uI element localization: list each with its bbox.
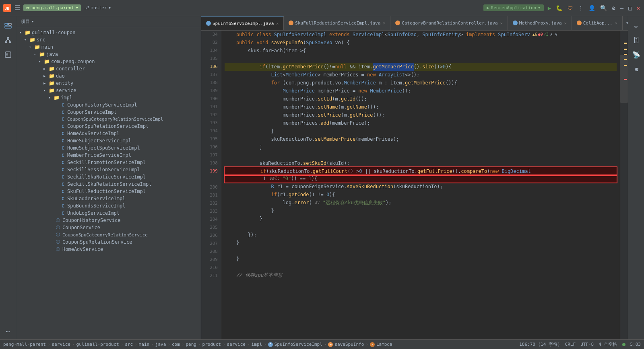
list-item-SeckillSkuRelationServiceImpl[interactable]: C SeckillSkuRelationServiceImpl (16, 181, 201, 188)
tree-item-main[interactable]: ▾ 📁 main (16, 43, 201, 51)
right-sidebar-icon-m[interactable]: m (630, 63, 643, 76)
tree-item-entity[interactable]: ▶ 📁 entity (16, 80, 201, 87)
tree-arrow-java[interactable]: ▾ (34, 52, 39, 56)
right-sidebar-icon-network[interactable]: 📡 (630, 48, 643, 61)
line-num-186: 186 (201, 63, 221, 71)
code-content[interactable]: public class SpuInfoServiceImpl extends … (221, 31, 620, 339)
maximize-button[interactable]: □ (627, 4, 632, 12)
list-item-CouponHistoryService[interactable]: Ⓘ CouponHistoryService (16, 217, 201, 224)
list-item-CouponSpuCategoryRelationServiceImpl[interactable]: C CouponSpuCategoryRelationServiceImpl (16, 116, 201, 123)
tree-item-java[interactable]: ▾ 📁 java (16, 51, 201, 58)
list-item-CouponService[interactable]: Ⓘ CouponService (16, 224, 201, 231)
tabs-overflow-button[interactable]: ▾ (623, 16, 628, 30)
list-item-HomeSubjectServiceImpl[interactable]: C HomeSubjectServiceImpl (16, 137, 201, 144)
list-item-CouponSpuCategoryRelationService[interactable]: Ⓘ CouponSpuCategoryRelationService (16, 231, 201, 238)
tree-item-gulimall-coupon[interactable]: ▾ 📁 gulimall-coupon (16, 29, 201, 36)
list-item-CouponServiceImpl[interactable]: C CouponServiceImpl (16, 109, 201, 116)
close-button[interactable]: ✕ (636, 4, 641, 12)
tree-item-service[interactable]: ▾ 📁 service (16, 87, 201, 94)
code-line-196: } (225, 143, 617, 151)
svg-point-7 (7, 37, 9, 39)
list-item-CouponHistoryServiceImpl[interactable]: C CouponHistoryServiceImpl (16, 101, 201, 109)
tab-CategoryBrandRelationController[interactable]: CategoryBrandRelationController.java ✕ (390, 16, 508, 30)
tab-MethodProxy[interactable]: MethodProxy.java ✕ (508, 16, 572, 30)
breadcrumb-peng[interactable]: peng (186, 342, 196, 347)
status-line-ending[interactable]: CRLF (565, 342, 576, 347)
status-indent[interactable]: 4 个空格 (599, 341, 617, 347)
tab-close-MethodProxy[interactable]: ✕ (564, 21, 567, 25)
tab-close-SkuFullReductionServiceImpl[interactable]: ✕ (383, 21, 385, 25)
tree-arrow-src[interactable]: ▾ (24, 38, 29, 42)
tree-arrow-com-peng-coupon[interactable]: ▾ (39, 60, 43, 64)
list-item-MemberPriceServiceImpl[interactable]: C MemberPriceServiceImpl (16, 152, 201, 159)
sidebar-icon-structure[interactable] (2, 34, 14, 47)
breadcrumb-product[interactable]: product (202, 342, 221, 347)
tab-close-SpuInfoServiceImpl[interactable]: ✕ (276, 21, 279, 26)
sidebar-icon-maven[interactable]: M (2, 48, 14, 61)
breadcrumb-gulimall-product[interactable]: gulimall-product (76, 342, 119, 347)
tree-arrow-controller[interactable]: ▶ (43, 67, 48, 71)
breadcrumb-project[interactable]: peng-mall-parent (3, 342, 46, 347)
tree-arrow-entity[interactable]: ▶ (43, 81, 48, 85)
minimize-button[interactable]: — (619, 4, 624, 12)
tree-item-com-peng-coupon[interactable]: ▾ 📁 com.peng.coupon (16, 58, 201, 65)
tree-arrow-gulimall-coupon[interactable]: ▾ (19, 31, 24, 35)
tree-item-src[interactable]: ▾ 📁 src (16, 36, 201, 43)
debug-button[interactable]: 🐛 (555, 4, 564, 12)
list-item-SkuLadderServiceImpl[interactable]: C SkuLadderServiceImpl (16, 195, 201, 202)
list-item-CouponSpuRelationService[interactable]: Ⓘ CouponSpuRelationService (16, 238, 201, 246)
breadcrumb-SpuInfoServiceImpl[interactable]: SpuInfoServiceImpl (275, 342, 322, 347)
profile-button[interactable]: 👤 (588, 4, 596, 12)
tree-arrow-impl[interactable]: ▾ (48, 96, 53, 100)
run-button[interactable]: ▶ (547, 4, 552, 12)
tree-arrow-dao[interactable]: ▶ (43, 74, 48, 78)
right-sidebar-icon-edit[interactable]: ✏ (630, 19, 643, 32)
minimap-scrollbar[interactable] (620, 31, 628, 339)
tab-close-CglibAop[interactable]: ✕ (615, 21, 617, 25)
list-item-HomeSubjectSpuServiceImpl[interactable]: C HomeSubjectSpuServiceImpl (16, 144, 201, 152)
sidebar-icon-project[interactable] (2, 19, 14, 32)
hamburger-menu[interactable]: ☰ (14, 4, 20, 12)
line-num-82: 82 (201, 39, 221, 47)
settings-button[interactable]: ⚙ (611, 4, 616, 12)
list-item-SeckillPromotionServiceImpl[interactable]: C SeckillPromotionServiceImpl (16, 159, 201, 166)
search-button[interactable]: 🔍 (599, 4, 608, 12)
tree-arrow-service[interactable]: ▾ (43, 88, 48, 92)
tree-arrow-main[interactable]: ▾ (29, 45, 34, 49)
list-item-SeckillSessionServiceImpl[interactable]: C SeckillSessionServiceImpl (16, 166, 201, 173)
status-position[interactable]: 186:70 (14 字符) (519, 341, 560, 347)
sidebar-icon-more[interactable]: … (2, 323, 14, 336)
list-item-UndoLogServiceImpl[interactable]: C UndoLogServiceImpl (16, 209, 201, 217)
list-item-SeckillSkuNoticeServiceImpl[interactable]: C SeckillSkuNoticeServiceImpl (16, 173, 201, 181)
coverage-button[interactable]: 🛡 (567, 4, 574, 12)
run-config-selector[interactable]: ▶ RenrenApplication ▾ (483, 4, 544, 11)
status-encoding[interactable]: UTF-8 (580, 342, 594, 347)
tab-SkuFullReductionServiceImpl[interactable]: SkuFullReductionServiceImpl.java ✕ (284, 16, 390, 30)
more-menu[interactable]: ⋮ (577, 4, 584, 12)
tree-item-impl[interactable]: ▾ 📁 impl (16, 94, 201, 101)
project-selector[interactable]: PP peng-mall-parent ▾ (23, 4, 81, 11)
tab-SpuInfoServiceImpl[interactable]: SpuInfoServiceImpl.java ✕ (201, 16, 284, 30)
file-tree-header[interactable]: 项目 ▾ (16, 16, 201, 27)
breadcrumb-src[interactable]: src (125, 342, 133, 347)
breadcrumb-impl[interactable]: impl (252, 342, 262, 347)
tree-item-dao[interactable]: ▶ 📁 dao (16, 72, 201, 80)
breadcrumb-com[interactable]: com (172, 342, 180, 347)
breadcrumb-main[interactable]: main (139, 342, 150, 347)
branch-selector[interactable]: ⎇ master ▾ (84, 5, 111, 10)
breadcrumb-service[interactable]: service (52, 342, 70, 347)
breadcrumb-saveSpuInfo[interactable]: saveSpuInfo (334, 342, 364, 347)
right-sidebar-icon-db[interactable]: 🗄 (630, 34, 643, 47)
project-dropdown-icon[interactable]: ▾ (31, 19, 34, 24)
list-item-SpuBoundsServiceImpl[interactable]: C SpuBoundsServiceImpl (16, 202, 201, 209)
list-item-HomeAdvService[interactable]: Ⓘ HomeAdvService (16, 246, 201, 253)
tab-CglibAop[interactable]: CglibAop... ✕ (572, 16, 623, 30)
list-item-SkuFullReductionServiceImpl[interactable]: C SkuFullReductionServiceImpl (16, 188, 201, 195)
list-item-HomeAdvServiceImpl[interactable]: C HomeAdvServiceImpl (16, 130, 201, 137)
breadcrumb-service2[interactable]: service (227, 342, 246, 347)
breadcrumb-java[interactable]: java (155, 342, 166, 347)
tab-close-CategoryBrandRelationController[interactable]: ✕ (500, 21, 503, 25)
list-item-CouponSpuRelationServiceImpl[interactable]: C CouponSpuRelationServiceImpl (16, 123, 201, 130)
breadcrumb-lambda[interactable]: Lambda (376, 342, 392, 347)
tree-item-controller[interactable]: ▶ 📁 controller (16, 65, 201, 72)
